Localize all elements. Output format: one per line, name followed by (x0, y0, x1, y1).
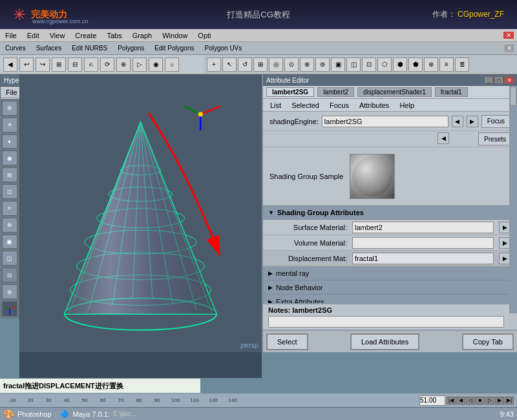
vp-tool-12[interactable]: ⬢ (393, 58, 407, 72)
rmenu-help[interactable]: Help (397, 101, 416, 109)
window-close[interactable]: ✕ (503, 32, 514, 39)
shading-engine-btn1[interactable]: ◀ (452, 116, 463, 127)
vtool-6[interactable]: ⊡ (2, 184, 17, 199)
tab-surfaces[interactable]: Surfaces (34, 45, 63, 52)
pb-play[interactable]: ▷ (485, 397, 494, 404)
vp-tool-5[interactable]: ⊙ (284, 58, 299, 72)
timeline-bar[interactable]: -10 20 30 40 50 60 70 80 90 100 110 120 … (0, 393, 517, 407)
hmenu-file[interactable]: File (4, 89, 19, 96)
mental-ray-section[interactable]: ▶ mental ray (263, 266, 517, 280)
displacement-mat-input[interactable] (352, 253, 494, 264)
tab-polygons[interactable]: Polygons (116, 45, 146, 52)
vtool-5[interactable]: ⊞ (2, 167, 17, 182)
vtool-11[interactable]: ⊟ (2, 268, 17, 282)
shading-engine-input[interactable] (322, 116, 448, 127)
select-button[interactable]: Select (266, 333, 308, 350)
attr-maximize[interactable]: □ (494, 76, 503, 84)
top-banner: ✳ 完美动力 www.cgpower.com.cn 打造精品CG教程 作者： C… (0, 0, 517, 29)
rmenu-list[interactable]: List (268, 101, 283, 109)
rmenu-selected[interactable]: Selected (290, 101, 321, 109)
tab-curves[interactable]: Curves (3, 45, 28, 52)
vp-tool-16[interactable]: ≣ (455, 58, 469, 72)
pb-end[interactable]: ▶| (505, 397, 514, 404)
rmenu-attributes[interactable]: Attributes (357, 101, 391, 109)
vp-tool-6[interactable]: ⊗ (300, 58, 314, 72)
vp-tool-lasso[interactable]: ↺ (238, 58, 252, 72)
tab-edit-polygons[interactable]: Edit Polygons (153, 45, 196, 52)
viewport-3d[interactable]: persp (19, 74, 262, 378)
tool-render[interactable]: ▷ (132, 58, 147, 72)
vtool-2[interactable]: ☀ (2, 118, 17, 132)
menu-file[interactable]: File (3, 32, 19, 39)
menu-window[interactable]: Window (160, 32, 189, 39)
vtool-3[interactable]: ♦ (2, 134, 17, 149)
tab-close-btn[interactable]: ✕ (505, 45, 514, 52)
node-tab-lambert2sg[interactable]: lambert2SG (266, 87, 314, 97)
pb-play-back[interactable]: ◁ (466, 397, 475, 404)
tool-snap[interactable]: ⊕ (116, 58, 131, 72)
vp-tool-14[interactable]: ⊛ (424, 58, 438, 72)
tab-polygon-uvs[interactable]: Polygon UVs (202, 45, 244, 52)
vtool-12[interactable]: ⊛ (2, 284, 17, 299)
attr-close[interactable]: ✕ (505, 76, 514, 84)
vp-tool-3[interactable]: ⊞ (253, 58, 268, 72)
shading-input-btn[interactable]: ◀ (438, 132, 449, 144)
vp-tool-10[interactable]: ⊡ (362, 58, 376, 72)
menu-opti[interactable]: Opti (196, 32, 213, 39)
node-tab-lambert2[interactable]: lambert2 (317, 87, 354, 97)
tool-undo[interactable]: ⎌ (84, 58, 98, 72)
tool-history[interactable]: ⊟ (68, 58, 82, 72)
vp-tool-7[interactable]: ⊚ (315, 58, 330, 72)
attr-minimize[interactable]: _ (484, 76, 493, 84)
sg-attrs-header[interactable]: ▼ Shading Group Attributes (263, 205, 517, 220)
pb-stop[interactable]: ■ (476, 397, 485, 404)
shading-engine-btn2[interactable]: ▶ (467, 116, 478, 127)
vp-tool-1[interactable]: + (207, 58, 221, 72)
node-tab-displacement[interactable]: displacementShader1 (357, 87, 432, 97)
vtool-7[interactable]: ≡ (2, 201, 17, 216)
vtool-10[interactable]: ◫ (2, 251, 17, 266)
focus-button[interactable]: Focus (481, 115, 511, 128)
volume-material-input[interactable] (352, 237, 494, 249)
menu-create[interactable]: Create (73, 32, 98, 39)
scroll-thumb[interactable] (510, 87, 516, 106)
rmenu-focus[interactable]: Focus (328, 101, 351, 109)
pb-next[interactable]: ▶ (495, 397, 504, 404)
pb-prev[interactable]: ◀ (456, 397, 465, 404)
surface-material-input[interactable] (352, 222, 494, 233)
vp-tool-9[interactable]: ◫ (346, 58, 361, 72)
playback-controls: |◀ ◀ ◁ ■ ▷ ▶ ▶| (447, 397, 514, 404)
menu-tabs[interactable]: Tabs (105, 32, 123, 39)
node-behavior-section[interactable]: ▶ Node Behavior (263, 280, 517, 295)
tool-move[interactable]: ↩ (19, 58, 34, 72)
vp-tool-arrow[interactable]: ↖ (222, 58, 237, 72)
vp-tool-11[interactable]: ⬡ (377, 58, 392, 72)
notes-input[interactable] (268, 316, 504, 328)
tool-camera[interactable]: ◉ (149, 58, 163, 72)
attr-scrollbar[interactable] (509, 86, 517, 313)
tool-redo[interactable]: ⟳ (100, 58, 114, 72)
tool-rotate[interactable]: ↪ (36, 58, 50, 72)
vp-tool-4[interactable]: ◎ (269, 58, 283, 72)
vtool-1[interactable]: ⊕ (2, 101, 17, 116)
vtool-8[interactable]: ⊗ (2, 218, 17, 233)
pb-start[interactable]: |◀ (447, 397, 456, 404)
tab-edit-nurbs[interactable]: Edit NURBS (70, 45, 109, 52)
vtool-9[interactable]: ▣ (2, 235, 17, 249)
menu-edit[interactable]: Edit (25, 32, 41, 39)
menu-graph[interactable]: Graph (131, 32, 154, 39)
vtool-4[interactable]: ◉ (2, 151, 17, 165)
vp-tool-8[interactable]: ▣ (331, 58, 345, 72)
vp-tool-13[interactable]: ⬟ (408, 58, 423, 72)
shading-engine-label: shadingEngine: (269, 118, 319, 125)
tool-select[interactable]: ◀ (3, 58, 17, 72)
copy-tab-button[interactable]: Copy Tab (462, 333, 514, 350)
tool-light[interactable]: ☼ (165, 58, 179, 72)
presets-button[interactable]: Presets (478, 132, 512, 145)
tool-scale[interactable]: ⊞ (52, 58, 66, 72)
vp-tool-15[interactable]: ≡ (439, 58, 454, 72)
node-tab-fractal1[interactable]: fractal1 (435, 87, 468, 97)
load-attributes-button[interactable]: Load Attributes (350, 333, 419, 350)
frame-input[interactable] (419, 395, 445, 406)
menu-view[interactable]: View (48, 32, 67, 39)
